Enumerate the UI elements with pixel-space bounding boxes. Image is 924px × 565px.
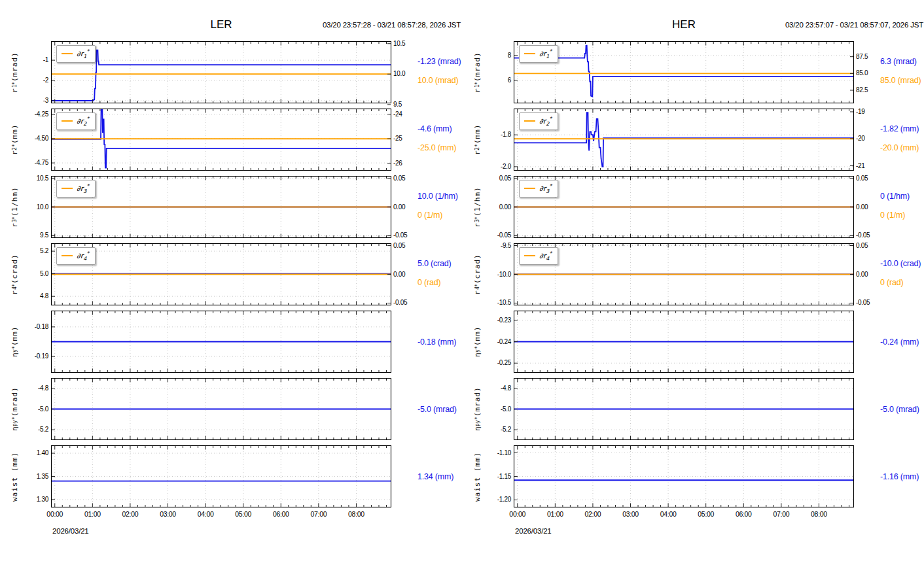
- legend-orange-line-sample-HER-r2: [524, 120, 535, 122]
- legend-orange-line-sample-HER-r1: [524, 53, 535, 54]
- ytick-left-HER-waist-0: -1.10: [485, 449, 511, 456]
- xtick-HER-07:00: 07:00: [767, 510, 796, 518]
- ytick-left-HER-r3-0: 0.05: [485, 175, 511, 182]
- legend-label-LER-r1: ∂r1*: [77, 48, 89, 60]
- plot-HER-etay: [514, 311, 854, 373]
- ytick-left-HER-r4-0: -9.5: [485, 242, 511, 249]
- ylabel-LER-r2: r2* (mm): [8, 109, 21, 171]
- plot-LER-r2: [51, 109, 391, 171]
- xtick-HER-03:00: 03:00: [616, 510, 645, 518]
- ytick-left-HER-r4-1: -10.0: [485, 271, 511, 278]
- value-label-HER-r4-blue: -10.0 (crad): [880, 259, 924, 268]
- ytick-left-LER-r2-1: -4.50: [22, 135, 48, 142]
- ytick-left-LER-r4-2: 4.8: [22, 292, 48, 300]
- legend-HER-r4: ∂r4*: [519, 247, 558, 265]
- ytick-right-LER-r1-1: 10.0: [393, 70, 421, 77]
- legend-label-LER-r3: ∂r3*: [77, 183, 89, 194]
- ytick-right-HER-r1-1: 85.0: [856, 69, 883, 77]
- ytick-left-HER-r1-1: 6: [485, 77, 511, 84]
- ytick-left-LER-etapy-2: -5.2: [22, 426, 48, 433]
- value-label-LER-r3-orange: 0 (1/m): [418, 211, 503, 220]
- ytick-left-HER-etay-2: -0.25: [485, 359, 511, 366]
- value-label-LER-r2-orange: -25.0 (mm): [418, 143, 503, 152]
- ylabel-HER-r4: r4* (crad): [471, 243, 484, 305]
- ytick-left-HER-etay-1: -0.24: [485, 338, 511, 345]
- ytick-right-LER-r3-0: 0.05: [393, 175, 421, 182]
- legend-LER-r1: ∂r1*: [56, 45, 96, 63]
- xtick-HER-06:00: 06:00: [729, 510, 758, 518]
- xtick-LER-05:00: 05:00: [229, 510, 258, 518]
- ytick-left-HER-r4-2: -10.5: [485, 299, 511, 306]
- ytick-right-HER-r4-0: 0.05: [856, 242, 883, 249]
- ytick-right-HER-r3-0: 0.05: [856, 175, 883, 182]
- legend-label-HER-r1: ∂r1*: [539, 48, 552, 60]
- ytick-left-LER-r1-1: -2: [22, 77, 48, 84]
- ytick-left-LER-r1-2: -3: [22, 97, 48, 104]
- legend-label-HER-r2: ∂r2*: [539, 116, 552, 127]
- xtick-LER-01:00: 01:00: [78, 510, 107, 518]
- value-label-HER-r1-orange: 85.0 (mrad): [880, 76, 924, 85]
- ytick-left-LER-waist-2: 1.30: [22, 496, 48, 503]
- legend-label-HER-r4: ∂r4*: [539, 250, 552, 262]
- plot-LER-waist: [51, 445, 391, 507]
- ytick-left-LER-waist-1: 1.35: [22, 473, 48, 480]
- ytick-left-HER-r2-1: -2.0: [485, 163, 511, 170]
- ytick-left-LER-r4-1: 5.0: [22, 270, 48, 277]
- xtick-LER-02:00: 02:00: [116, 510, 145, 518]
- ylabel-HER-etapy: ηpy* (mrad): [471, 378, 484, 440]
- ylabel-HER-r2: r2* (mm): [471, 109, 484, 171]
- ytick-right-LER-r2-1: -25: [393, 135, 421, 142]
- ylabel-LER-r4: r4* (crad): [8, 243, 21, 305]
- ytick-left-LER-r3-2: 9.5: [22, 231, 48, 239]
- value-label-HER-etay-blue: -0.24 (mm): [880, 337, 924, 347]
- ytick-right-LER-r1-2: 9.5: [393, 101, 421, 108]
- ylabel-HER-waist: waist (mm): [471, 445, 484, 507]
- legend-HER-r3: ∂r3*: [519, 180, 558, 197]
- plot-LER-r1: [51, 41, 391, 103]
- xtick-LER-08:00: 08:00: [342, 510, 370, 518]
- ytick-left-HER-r3-1: 0.00: [485, 203, 511, 211]
- ytick-left-HER-etapy-0: -4.8: [485, 385, 511, 392]
- legend-label-LER-r2: ∂r2*: [77, 116, 89, 127]
- xtick-HER-05:00: 05:00: [692, 510, 720, 518]
- plot-HER-waist: [514, 445, 854, 507]
- ytick-left-HER-waist-1: -1.15: [485, 473, 511, 480]
- ytick-left-LER-etay-0: -0.18: [22, 323, 48, 330]
- ytick-right-HER-r2-0: -19: [856, 108, 883, 115]
- legend-orange-line-sample-HER-r3: [524, 188, 535, 189]
- ytick-right-LER-r2-0: -24: [393, 111, 421, 118]
- ylabel-LER-etay: ηy* (mm): [8, 311, 21, 373]
- xaxis-date-LER: 2026/03/21: [52, 527, 89, 535]
- value-label-HER-r4-orange: 0 (rad): [880, 278, 924, 287]
- ytick-left-HER-etapy-1: -5.0: [485, 405, 511, 413]
- xtick-LER-06:00: 06:00: [266, 510, 295, 518]
- value-label-LER-r4-blue: 5.0 (crad): [418, 259, 503, 268]
- ylabel-LER-etapy: ηpy* (mrad): [8, 378, 21, 440]
- ytick-left-HER-r3-2: -0.05: [485, 231, 511, 239]
- ytick-right-HER-r1-0: 87.5: [856, 53, 883, 60]
- value-label-HER-r2-orange: -20.0 (mm): [880, 143, 924, 152]
- legend-orange-line-sample-LER-r2: [62, 120, 73, 122]
- ylabel-HER-r3: r3* (1/hm): [471, 176, 484, 238]
- ytick-right-LER-r4-2: -0.05: [393, 299, 421, 306]
- ytick-left-LER-r2-2: -4.75: [22, 159, 48, 166]
- ytick-right-HER-r4-2: -0.05: [856, 299, 883, 306]
- ytick-right-HER-r3-1: 0.00: [856, 203, 883, 211]
- ytick-right-HER-r2-1: -20: [856, 135, 883, 142]
- legend-orange-line-sample-HER-r4: [524, 255, 535, 256]
- legend-LER-r2: ∂r2*: [56, 112, 96, 130]
- plot-HER-etapy: [514, 378, 854, 440]
- ytick-left-LER-etapy-1: -5.0: [22, 405, 48, 413]
- plot-LER-etapy: [51, 378, 391, 440]
- legend-orange-line-sample-LER-r3: [62, 188, 73, 189]
- xaxis-date-HER: 2026/03/21: [515, 527, 552, 535]
- ytick-left-LER-r4-0: 5.2: [22, 247, 48, 254]
- ylabel-LER-r1: r1* (mrad): [8, 41, 21, 103]
- ytick-right-LER-r3-1: 0.00: [393, 203, 421, 211]
- ytick-left-LER-r1-0: -1: [22, 56, 48, 63]
- ler-date-range: 03/20 23:57:28 - 03/21 08:57:28, 2026 JS…: [245, 21, 461, 29]
- ytick-right-LER-r4-1: 0.00: [393, 271, 421, 278]
- ytick-left-HER-r1-0: 8: [485, 52, 511, 59]
- value-label-HER-waist-blue: -1.16 (mm): [880, 472, 924, 481]
- value-label-HER-r1-blue: 6.3 (mrad): [880, 57, 924, 66]
